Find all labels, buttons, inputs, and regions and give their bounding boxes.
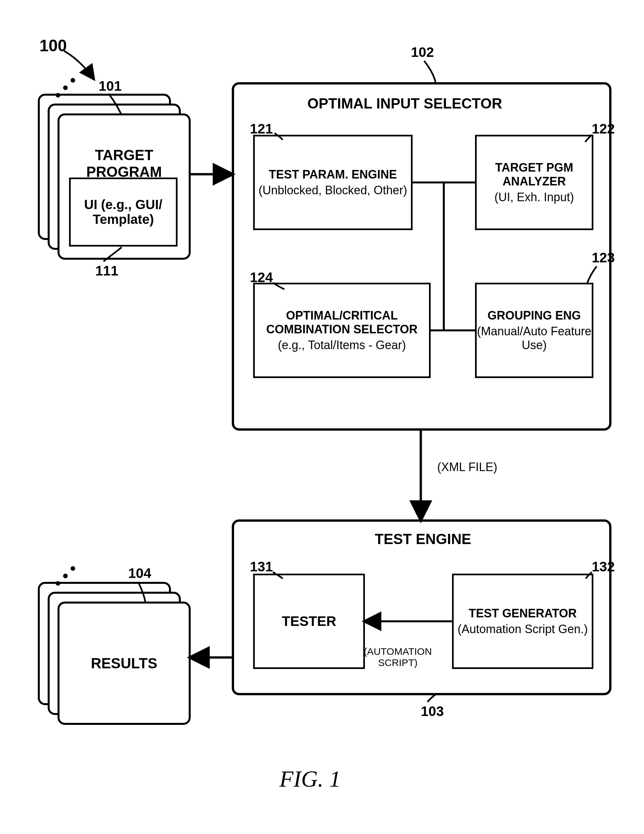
test-generator-line1: TEST GENERATOR	[469, 606, 577, 620]
test-generator-line2: (Automation Script Gen.)	[458, 622, 588, 636]
target-pgm-analyzer-ref: 122	[592, 121, 615, 137]
grouping-eng-box: GROUPING ENG (Manual/Auto Feature Use)	[475, 283, 593, 378]
figure-caption: FIG. 1	[280, 766, 341, 792]
test-param-engine-box: TEST PARAM. ENGINE (Unblocked, Blocked, …	[253, 135, 413, 230]
target-pgm-analyzer-box: TARGET PGM ANALYZER (UI, Exh. Input)	[475, 135, 593, 230]
test-generator-box: TEST GENERATOR (Automation Script Gen.)	[452, 574, 593, 669]
results-title: RESULTS	[91, 655, 157, 672]
optimal-input-selector-ref: 102	[411, 44, 434, 60]
test-param-engine-ref: 121	[250, 121, 273, 137]
combination-selector-line2: (e.g., Total/Items - Gear)	[278, 338, 406, 352]
target-pgm-analyzer-line2: (UI, Exh. Input)	[494, 190, 574, 204]
figure-ref: 100	[39, 36, 67, 55]
ui-box-text: UI (e.g., GUI/ Template)	[71, 197, 176, 227]
ui-box-ref: 111	[95, 263, 118, 279]
ui-box: UI (e.g., GUI/ Template)	[69, 178, 178, 247]
target-program-title: TARGET PROGRAM	[60, 147, 189, 180]
optimal-input-selector-title: OPTIMAL INPUT SELECTOR	[307, 95, 502, 112]
target-program-ref: 101	[99, 78, 121, 94]
optimal-input-selector-box	[232, 82, 612, 431]
xml-file-label: (XML FILE)	[437, 460, 497, 474]
automation-script-label: (AUTOMATION SCRIPT)	[345, 646, 450, 668]
test-param-engine-line2: (Unblocked, Blocked, Other)	[258, 183, 407, 197]
test-generator-ref: 132	[592, 559, 615, 575]
combination-selector-box: OPTIMAL/CRITICAL COMBINATION SELECTOR (e…	[253, 283, 430, 378]
test-engine-title: TEST ENGINE	[375, 531, 471, 547]
tester-text: TESTER	[282, 613, 336, 629]
results-box: RESULTS	[58, 601, 191, 725]
tester-ref: 131	[250, 559, 273, 575]
test-param-engine-line1: TEST PARAM. ENGINE	[269, 168, 397, 181]
combination-selector-line1: OPTIMAL/CRITICAL COMBINATION SELECTOR	[255, 309, 429, 336]
grouping-eng-line2: (Manual/Auto Feature Use)	[477, 325, 592, 352]
target-pgm-analyzer-line1: TARGET PGM ANALYZER	[477, 161, 592, 188]
test-engine-ref: 103	[421, 703, 444, 719]
combination-selector-ref: 124	[250, 270, 273, 285]
grouping-eng-line1: GROUPING ENG	[487, 309, 581, 323]
results-ref: 104	[128, 566, 151, 581]
grouping-eng-ref: 123	[592, 250, 615, 266]
